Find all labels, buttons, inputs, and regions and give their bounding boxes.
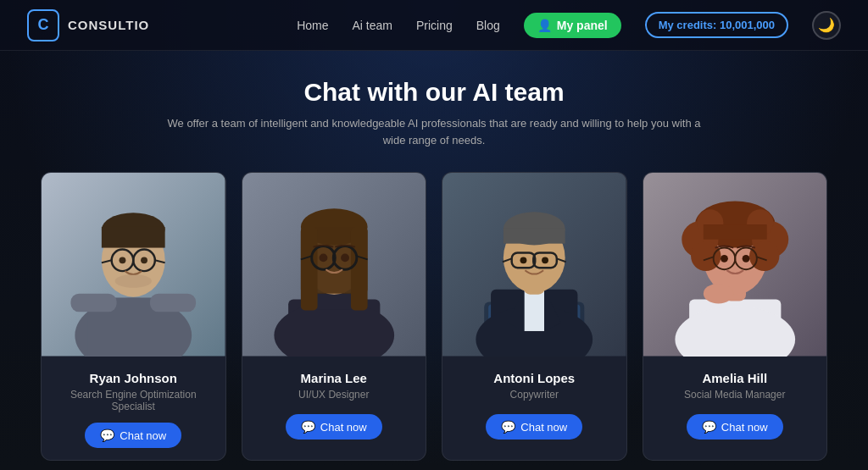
- agent-role-antoni-lopes: Copywriter: [456, 389, 613, 404]
- person-icon: 👤: [537, 19, 552, 32]
- my-panel-button[interactable]: 👤 My panel: [524, 13, 621, 38]
- agent-photo-marina-lee: [242, 173, 426, 359]
- agent-role-ryan-johnson: Search Engine Optimization Specialist: [55, 389, 212, 412]
- chat-label-ryan-johnson: Chat now: [120, 429, 166, 442]
- chat-button-marina-lee[interactable]: 💬 Chat now: [286, 414, 382, 440]
- nav-ai-team[interactable]: Ai team: [352, 19, 392, 32]
- chat-button-amelia-hill[interactable]: 💬 Chat now: [687, 414, 783, 440]
- agent-card-antoni-lopes: Antoni Lopes Copywriter 💬 Chat now: [442, 172, 627, 461]
- page-header: Chat with our AI team We offer a team of…: [41, 78, 827, 148]
- agent-name-antoni-lopes: Antoni Lopes: [456, 371, 613, 385]
- svg-rect-25: [300, 227, 317, 310]
- svg-point-52: [542, 257, 548, 263]
- page-subtitle: We offer a team of intelligent and knowl…: [163, 115, 705, 148]
- agent-photo-ryan-johnson: [42, 173, 225, 359]
- nav-links: Home Ai team Pricing Blog 👤 My panel My …: [297, 11, 841, 40]
- moon-icon: 🌙: [818, 17, 835, 33]
- chat-icon-ryan-johnson: 💬: [100, 429, 114, 442]
- chat-icon-marina-lee: 💬: [301, 420, 315, 434]
- nav-blog[interactable]: Blog: [476, 19, 500, 32]
- svg-rect-4: [150, 294, 196, 312]
- svg-rect-45: [504, 229, 565, 244]
- page-title: Chat with our AI team: [41, 78, 827, 107]
- chat-icon-amelia-hill: 💬: [702, 420, 716, 434]
- chat-label-marina-lee: Chat now: [320, 421, 367, 434]
- svg-rect-26: [350, 227, 367, 310]
- agent-photo-antoni-lopes: [442, 173, 626, 359]
- svg-point-73: [703, 284, 732, 304]
- svg-rect-65: [703, 224, 766, 240]
- chat-label-amelia-hill: Chat now: [721, 421, 768, 434]
- logo[interactable]: C CONSULTIO: [27, 9, 149, 41]
- svg-point-33: [341, 253, 349, 262]
- agent-card-marina-lee: Marina Lee UI/UX Designer 💬 Chat now: [242, 172, 427, 461]
- svg-point-32: [319, 253, 327, 262]
- nav-pricing[interactable]: Pricing: [416, 19, 453, 32]
- agent-role-amelia-hill: Social Media Manager: [657, 389, 814, 404]
- agent-name-amelia-hill: Amelia Hill: [657, 371, 814, 385]
- chat-button-antoni-lopes[interactable]: 💬 Chat now: [486, 414, 582, 440]
- card-body-antoni-lopes: Antoni Lopes Copywriter 💬 Chat now: [442, 359, 626, 451]
- svg-point-51: [520, 257, 527, 263]
- agent-photo-amelia-hill: [643, 173, 827, 359]
- svg-point-72: [742, 255, 749, 263]
- nav-home[interactable]: Home: [297, 19, 328, 32]
- chat-label-antoni-lopes: Chat now: [520, 421, 567, 434]
- svg-rect-8: [102, 227, 165, 248]
- main-content: Chat with our AI team We offer a team of…: [0, 51, 868, 470]
- logo-icon: C: [27, 9, 59, 41]
- svg-point-16: [115, 274, 152, 288]
- agent-name-ryan-johnson: Ryan Johnson: [55, 371, 212, 385]
- card-body-marina-lee: Marina Lee UI/UX Designer 💬 Chat now: [242, 359, 426, 451]
- svg-point-14: [120, 257, 126, 263]
- chat-button-ryan-johnson[interactable]: 💬 Chat now: [85, 423, 181, 448]
- chat-icon-antoni-lopes: 💬: [501, 420, 515, 434]
- svg-rect-3: [70, 294, 116, 312]
- agent-card-amelia-hill: Amelia Hill Social Media Manager 💬 Chat …: [643, 172, 828, 461]
- logo-text: CONSULTIO: [68, 18, 149, 32]
- navbar: C CONSULTIO Home Ai team Pricing Blog 👤 …: [0, 0, 868, 51]
- agent-role-marina-lee: UI/UX Designer: [256, 389, 413, 404]
- agents-grid: Ryan Johnson Search Engine Optimization …: [41, 172, 827, 461]
- svg-point-15: [141, 257, 147, 263]
- agent-card-ryan-johnson: Ryan Johnson Search Engine Optimization …: [41, 172, 226, 461]
- credits-button[interactable]: My credits: 10,001,000: [645, 12, 788, 38]
- card-body-amelia-hill: Amelia Hill Social Media Manager 💬 Chat …: [643, 359, 827, 451]
- card-body-ryan-johnson: Ryan Johnson Search Engine Optimization …: [42, 359, 225, 460]
- svg-point-71: [721, 255, 728, 263]
- agent-name-marina-lee: Marina Lee: [256, 371, 413, 385]
- svg-rect-39: [524, 290, 544, 331]
- dark-mode-button[interactable]: 🌙: [812, 11, 841, 40]
